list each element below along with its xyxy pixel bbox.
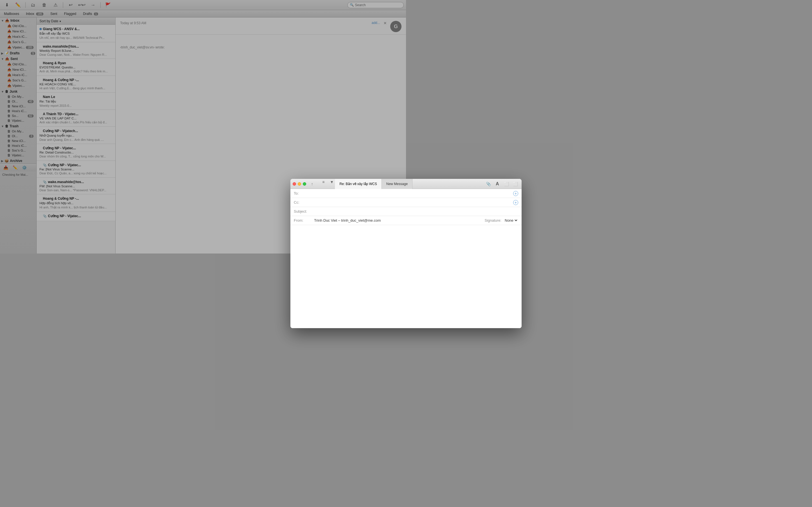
format-arrow-btn[interactable]: ▼ (329, 179, 335, 185)
subject-field-row: Subject: (290, 207, 406, 216)
to-field-row: To: + (290, 189, 406, 198)
to-input[interactable] (314, 191, 406, 195)
cc-input[interactable] (314, 200, 406, 205)
compose-overlay: ↑ ≡ ▼ Re: Bản vẽ xây lắp WCS New Message… (0, 0, 406, 253)
from-value: Trinh Duc Viet – trinh_duc_viet@me.com (314, 218, 406, 223)
compose-tab-reply[interactable]: Re: Bản vẽ xây lắp WCS (335, 179, 382, 189)
compose-tab-new[interactable]: New Message (382, 179, 406, 189)
compose-tabs: ≡ ▼ Re: Bản vẽ xây lắp WCS New Message (319, 179, 406, 189)
cc-field-row: Cc: + (290, 198, 406, 207)
minimize-button[interactable] (298, 182, 301, 186)
cc-label: Cc: (294, 200, 314, 205)
compose-body (290, 225, 406, 253)
compose-fields: To: + Cc: + Subject: From: Trinh Duc Vie… (290, 189, 406, 225)
share-button[interactable]: ↑ (309, 181, 315, 187)
compose-body-textarea[interactable] (294, 228, 406, 253)
close-button[interactable] (293, 182, 296, 186)
subject-input[interactable] (314, 209, 406, 214)
maximize-button[interactable] (303, 182, 306, 186)
compose-titlebar: ↑ ≡ ▼ Re: Bản vẽ xây lắp WCS New Message… (290, 179, 406, 189)
list-format-btn[interactable]: ≡ (320, 179, 326, 185)
compose-window: ↑ ≡ ▼ Re: Bản vẽ xây lắp WCS New Message… (290, 179, 406, 253)
subject-label: Subject: (294, 209, 314, 214)
to-label: To: (294, 191, 314, 195)
from-label: From: (294, 218, 314, 223)
from-field-row: From: Trinh Duc Viet – trinh_duc_viet@me… (290, 216, 406, 225)
